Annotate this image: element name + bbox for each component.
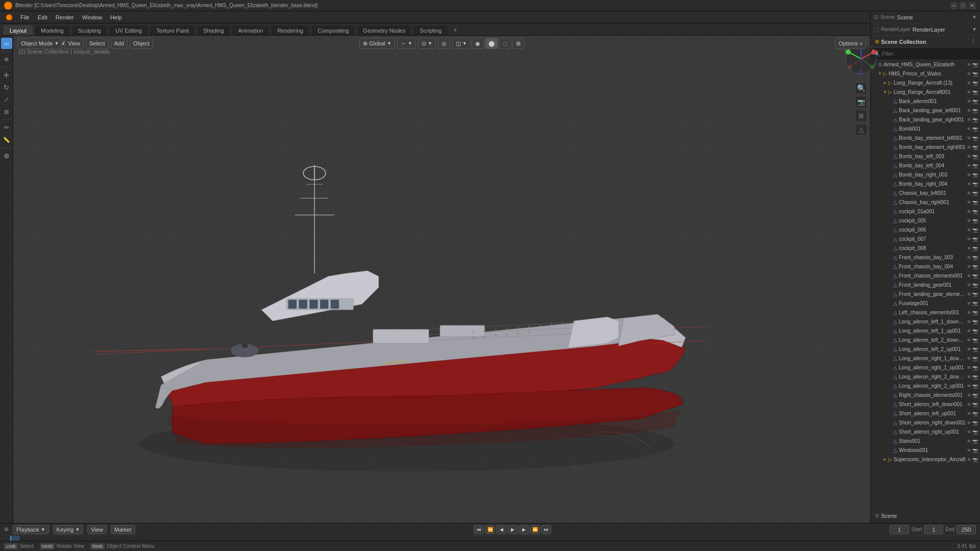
move-tool-button[interactable]: ✛ xyxy=(1,69,12,81)
outliner-item-bomb-bay-element-left001[interactable]: △Bomb_bay_element_left001👁📷 xyxy=(871,134,980,143)
next-frame-button[interactable]: ▶ xyxy=(519,525,529,534)
prev-keyframe-button[interactable]: ⏪ xyxy=(485,525,495,534)
jump-to-end-button[interactable]: ⏭ xyxy=(541,525,551,534)
outliner-item-hms-prince-of-wales[interactable]: ▼▷HMS_Prince_of_Wales👁📷 xyxy=(871,69,980,79)
render-visibility-toggle[interactable]: 📷 xyxy=(972,81,978,86)
render-visibility-toggle[interactable]: 📷 xyxy=(972,62,978,67)
outliner-item-front-chassis-elements001[interactable]: △Front_chassis_elements001👁📷 xyxy=(871,271,980,281)
outliner-item-front-chassis-bay-003[interactable]: △Front_chassis_bay_003👁📷 xyxy=(871,253,980,262)
outliner-item-long-range-aircraft[interactable]: ►▷Long_Range_Aircraft (13)👁📷 xyxy=(871,79,980,88)
outliner-item-bomb-bay-left-003[interactable]: △Bomb_bay_left_003👁📷 xyxy=(871,152,980,161)
visibility-toggle[interactable]: 👁 xyxy=(967,117,971,122)
visibility-toggle[interactable]: 👁 xyxy=(967,310,971,315)
outliner-item-long-aileron-left-1-up001[interactable]: △Long_aileron_left_1_up001👁📷 xyxy=(871,327,980,336)
render-visibility-toggle[interactable]: 📷 xyxy=(972,172,978,178)
tab-geometry-nodes[interactable]: Geometry Nodes xyxy=(356,25,412,35)
tab-uv-editing[interactable]: UV Editing xyxy=(109,25,149,35)
add-object-tool-button[interactable]: ⊕ xyxy=(1,150,12,161)
tab-modeling[interactable]: Modeling xyxy=(34,25,70,35)
outliner-item-long-aileron-right-2-down001[interactable]: △Long_aileron_right_2_down001👁📷 xyxy=(871,372,980,382)
xray-button[interactable]: ◉ xyxy=(472,38,484,49)
render-visibility-toggle[interactable]: 📷 xyxy=(972,127,978,132)
prev-frame-button[interactable]: ◀ xyxy=(496,525,506,534)
render-visibility-toggle[interactable]: 📷 xyxy=(972,163,978,168)
render-visibility-toggle[interactable]: 📷 xyxy=(972,338,978,343)
visibility-toggle[interactable]: 👁 xyxy=(967,62,971,67)
transform-space-control[interactable]: ⊕ Global ▼ xyxy=(359,38,395,49)
render-visibility-toggle[interactable]: 📷 xyxy=(972,71,978,77)
render-visibility-toggle[interactable]: 📷 xyxy=(972,448,978,453)
outliner-item-supersonic-interceptor-aircraft[interactable]: ►▷Supersonic_Interceptor_Aircraft👁📷 xyxy=(871,455,980,464)
outliner-item-left-chassis-elements001[interactable]: △Left_chassis_elements001👁📷 xyxy=(871,308,980,317)
visibility-toggle[interactable]: 👁 xyxy=(967,273,971,279)
viewport-3d[interactable] xyxy=(13,36,870,523)
visibility-toggle[interactable]: 👁 xyxy=(967,283,971,288)
render-visibility-toggle[interactable]: 📷 xyxy=(972,457,978,462)
visibility-toggle[interactable]: 👁 xyxy=(967,218,971,223)
render-visibility-toggle[interactable]: 📷 xyxy=(972,420,978,425)
visibility-toggle[interactable]: 👁 xyxy=(967,384,971,389)
render-visibility-toggle[interactable]: 📷 xyxy=(972,439,978,444)
tab-shading[interactable]: Shading xyxy=(197,25,230,35)
outliner-item-cockpit-006[interactable]: △cockpit_006👁📷 xyxy=(871,226,980,235)
outliner-item-short-aileron-right-down001[interactable]: △Short_aileron_right_down001👁📷 xyxy=(871,418,980,428)
render-visibility-toggle[interactable]: 📷 xyxy=(972,154,978,159)
visibility-toggle[interactable]: 👁 xyxy=(967,209,971,214)
tab-animation[interactable]: Animation xyxy=(232,25,270,35)
render-mode-solid[interactable]: ⬤ xyxy=(485,38,498,49)
visibility-toggle[interactable]: 👁 xyxy=(967,420,971,425)
outliner-item-long-aileron-left-2-up001[interactable]: △Long_aileron_left_2_up001👁📷 xyxy=(871,345,980,354)
render-visibility-toggle[interactable]: 📷 xyxy=(972,402,978,407)
visibility-toggle[interactable]: 👁 xyxy=(967,402,971,407)
outliner-item-short-aileron-left-down001[interactable]: △Short_aileron_left_down001👁📷 xyxy=(871,400,980,409)
renderlayer-dropdown-icon[interactable]: ▼ xyxy=(972,27,977,32)
measure-tool-button[interactable]: 📏 xyxy=(1,134,12,145)
render-visibility-toggle[interactable]: 📷 xyxy=(972,90,978,95)
visibility-toggle[interactable]: 👁 xyxy=(967,365,971,370)
render-visibility-toggle[interactable]: 📷 xyxy=(972,228,978,233)
menu-render[interactable]: Render xyxy=(52,12,78,22)
outliner-item-short-aileron-right-up001[interactable]: △Short_aileron_right_up001👁📷 xyxy=(871,428,980,437)
visibility-toggle[interactable]: 👁 xyxy=(967,191,971,196)
visibility-toggle[interactable]: 👁 xyxy=(967,163,971,168)
visibility-toggle[interactable]: 👁 xyxy=(967,264,971,269)
render-visibility-toggle[interactable]: 📷 xyxy=(972,310,978,315)
select-tool-button[interactable]: ▭ xyxy=(1,38,12,49)
visibility-toggle[interactable]: 👁 xyxy=(967,71,971,77)
render-visibility-toggle[interactable]: 📷 xyxy=(972,283,978,288)
add-workspace-button[interactable]: + xyxy=(449,24,461,35)
render-visibility-toggle[interactable]: 📷 xyxy=(972,430,978,435)
outliner-item-fuselage001[interactable]: △Fuselage001👁📷 xyxy=(871,299,980,308)
render-visibility-toggle[interactable]: 📷 xyxy=(972,301,978,306)
annotate-tool-button[interactable]: ✏ xyxy=(1,122,12,133)
render-mode-lp[interactable]: ◌ xyxy=(499,38,511,49)
visibility-toggle[interactable]: 👁 xyxy=(967,108,971,113)
visibility-toggle[interactable]: 👁 xyxy=(967,246,971,251)
outliner-item-back-aileron001[interactable]: △Back_aileron001👁📷 xyxy=(871,97,980,106)
outliner-item-cockpit-01a001[interactable]: △cockpit_01a001👁📷 xyxy=(871,207,980,216)
outliner-item-chassis-bay-left001[interactable]: △Chassis_bay_left001👁📷 xyxy=(871,189,980,198)
view-menu[interactable]: View xyxy=(64,38,84,49)
render-visibility-toggle[interactable]: 📷 xyxy=(972,191,978,196)
render-visibility-toggle[interactable]: 📷 xyxy=(972,393,978,398)
outliner-item-right-chassis-elements001[interactable]: △Right_chassis_elements001👁📷 xyxy=(871,391,980,400)
visibility-toggle[interactable]: 👁 xyxy=(967,237,971,242)
outliner-item-bomb001[interactable]: △Bomb001👁📷 xyxy=(871,124,980,134)
visibility-toggle[interactable]: 👁 xyxy=(967,182,971,187)
render-visibility-toggle[interactable]: 📷 xyxy=(972,255,978,260)
next-keyframe-button[interactable]: ⏩ xyxy=(530,525,540,534)
render-visibility-toggle[interactable]: 📷 xyxy=(972,108,978,113)
cursor-tool-button[interactable]: ⊕ xyxy=(1,54,12,65)
menu-edit[interactable]: Edit xyxy=(34,12,52,22)
outliner-item-bomb-bay-element-right001[interactable]: △Bomb_bay_element_right001👁📷 xyxy=(871,143,980,152)
visibility-toggle[interactable]: 👁 xyxy=(967,430,971,435)
visibility-toggle[interactable]: 👁 xyxy=(967,154,971,159)
visibility-toggle[interactable]: 👁 xyxy=(967,448,971,453)
outliner-item-cockpit-007[interactable]: △cockpit_007👁📷 xyxy=(871,235,980,244)
expand-arrow[interactable]: ► xyxy=(883,457,887,462)
scene-name[interactable]: Scene xyxy=(897,14,970,20)
visibility-toggle[interactable]: 👁 xyxy=(967,347,971,352)
render-visibility-toggle[interactable]: 📷 xyxy=(972,356,978,361)
tab-compositing[interactable]: Compositing xyxy=(311,25,355,35)
visibility-toggle[interactable]: 👁 xyxy=(967,228,971,233)
